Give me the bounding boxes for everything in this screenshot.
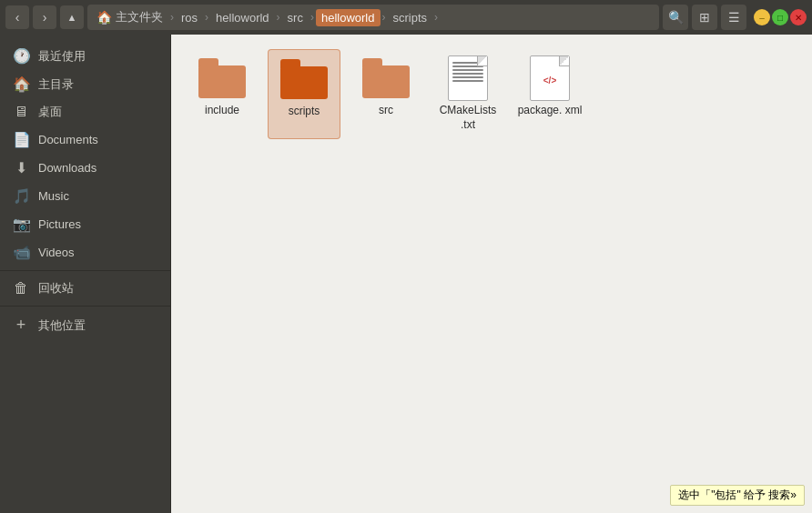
breadcrumb-helloworld2-label: helloworld bbox=[321, 11, 375, 25]
status-tooltip: 选中「"包括" 给予 搜索» bbox=[670, 485, 805, 506]
sidebar-item-downloads-label: Downloads bbox=[38, 161, 96, 175]
titlebar: ‹ › ▲ 🏠 主文件夹 › ros › helloworld › src › … bbox=[0, 0, 812, 35]
sidebar-divider-2 bbox=[0, 306, 170, 307]
music-icon: 🎵 bbox=[13, 187, 29, 205]
text-line-2 bbox=[452, 65, 483, 67]
breadcrumb-home-label: 主文件夹 bbox=[116, 9, 163, 25]
sidebar-item-music[interactable]: 🎵 Music bbox=[0, 182, 170, 210]
xml-file-shape: </> bbox=[530, 55, 570, 101]
text-line-4 bbox=[452, 73, 483, 75]
maximize-button[interactable]: □ bbox=[772, 9, 788, 25]
breadcrumb-home[interactable]: 🏠 主文件夹 bbox=[91, 7, 168, 27]
sidebar-item-recent-label: 最近使用 bbox=[38, 48, 86, 65]
file-item-src[interactable]: src bbox=[350, 49, 422, 139]
sidebar-item-other[interactable]: + 其他位置 bbox=[0, 310, 170, 340]
cmakelists-label: CMakeLists .txt bbox=[435, 104, 501, 132]
src-label: src bbox=[379, 104, 393, 118]
breadcrumb-ros-label: ros bbox=[181, 11, 198, 25]
file-item-cmakelists[interactable]: CMakeLists .txt bbox=[431, 49, 504, 139]
breadcrumb-sep-1: › bbox=[170, 11, 174, 24]
nav-up-button[interactable]: ▲ bbox=[60, 5, 84, 29]
package-label: package. xml bbox=[518, 104, 583, 118]
breadcrumb-sep-5: › bbox=[382, 11, 386, 24]
home-icon: 🏠 bbox=[96, 10, 112, 25]
scripts-folder-icon bbox=[280, 57, 328, 101]
view-toggle-button[interactable]: ⊞ bbox=[692, 5, 717, 30]
breadcrumb-src-label: src bbox=[288, 11, 303, 25]
folder-body-src bbox=[362, 65, 410, 98]
sidebar-item-trash-label: 回收站 bbox=[38, 280, 74, 297]
breadcrumb-src[interactable]: src bbox=[282, 9, 309, 26]
sidebar-item-documents-label: Documents bbox=[38, 133, 98, 146]
breadcrumb-helloworld1[interactable]: helloworld bbox=[210, 9, 275, 26]
minimize-button[interactable]: – bbox=[754, 9, 770, 25]
clock-icon: 🕐 bbox=[13, 47, 29, 65]
sidebar-item-music-label: Music bbox=[38, 189, 69, 203]
folder-shape-src bbox=[362, 58, 410, 98]
include-folder-icon bbox=[198, 56, 246, 100]
breadcrumb-scripts[interactable]: scripts bbox=[388, 9, 433, 26]
folder-body-include bbox=[198, 65, 246, 98]
sidebar-item-recent[interactable]: 🕐 最近使用 bbox=[0, 42, 170, 70]
main-area: 🕐 最近使用 🏠 主目录 🖥 桌面 📄 Documents ⬇ Download… bbox=[0, 35, 812, 513]
sidebar-divider bbox=[0, 270, 170, 271]
file-grid: include scripts bbox=[186, 49, 797, 139]
folder-shape-include bbox=[198, 58, 246, 98]
package-file-icon: </> bbox=[526, 56, 573, 100]
trash-icon: 🗑 bbox=[13, 280, 29, 297]
sidebar-item-desktop-label: 桌面 bbox=[38, 104, 62, 120]
sidebar-item-videos[interactable]: 📹 Videos bbox=[0, 238, 170, 267]
sidebar-item-trash[interactable]: 🗑 回收站 bbox=[0, 275, 170, 302]
xml-inner-label: </> bbox=[543, 75, 556, 86]
file-item-package[interactable]: </> package. xml bbox=[513, 49, 586, 139]
sidebar-item-pictures[interactable]: 📷 Pictures bbox=[0, 210, 170, 238]
text-line-5 bbox=[452, 76, 483, 78]
breadcrumb-sep-4: › bbox=[310, 11, 314, 24]
close-button[interactable]: ✕ bbox=[790, 9, 807, 25]
include-label: include bbox=[205, 104, 239, 118]
status-tooltip-text: 选中「"包括" 给予 搜索» bbox=[678, 488, 797, 501]
file-item-scripts[interactable]: scripts bbox=[268, 49, 340, 139]
breadcrumb-more: › bbox=[434, 11, 438, 24]
sidebar-item-other-label: 其他位置 bbox=[38, 317, 86, 334]
menu-button[interactable]: ☰ bbox=[721, 5, 746, 30]
home-sidebar-icon: 🏠 bbox=[13, 75, 29, 93]
folder-shape-scripts bbox=[280, 59, 328, 99]
text-line-1 bbox=[452, 62, 483, 64]
text-line-3 bbox=[452, 69, 483, 71]
nav-forward-button[interactable]: › bbox=[33, 5, 56, 29]
breadcrumb: 🏠 主文件夹 › ros › helloworld › src › hellow… bbox=[87, 5, 659, 30]
text-line-6 bbox=[452, 80, 483, 82]
text-file-shape bbox=[448, 55, 488, 101]
toolbar-right: 🔍 ⊞ ☰ bbox=[663, 5, 746, 30]
breadcrumb-sep-2: › bbox=[205, 11, 208, 24]
documents-icon: 📄 bbox=[13, 131, 29, 148]
cmakelists-file-icon bbox=[444, 56, 492, 100]
sidebar-item-documents[interactable]: 📄 Documents bbox=[0, 126, 170, 154]
scripts-label: scripts bbox=[289, 105, 320, 119]
breadcrumb-ros[interactable]: ros bbox=[176, 9, 203, 26]
src-folder-icon bbox=[362, 56, 410, 100]
sidebar-item-home-label: 主目录 bbox=[38, 76, 74, 93]
search-button[interactable]: 🔍 bbox=[663, 5, 688, 30]
add-icon: + bbox=[13, 316, 29, 335]
window-controls: – □ ✕ bbox=[754, 9, 807, 25]
breadcrumb-sep-3: › bbox=[277, 11, 280, 24]
folder-body-scripts bbox=[280, 66, 328, 99]
pictures-icon: 📷 bbox=[13, 216, 29, 233]
sidebar-item-home[interactable]: 🏠 主目录 bbox=[0, 70, 170, 98]
sidebar-item-downloads[interactable]: ⬇ Downloads bbox=[0, 154, 170, 182]
downloads-icon: ⬇ bbox=[13, 159, 29, 176]
breadcrumb-helloworld1-label: helloworld bbox=[216, 11, 269, 25]
status-tooltip-area: 选中「"包括" 给予 搜索» bbox=[670, 485, 805, 506]
sidebar-item-desktop[interactable]: 🖥 桌面 bbox=[0, 98, 170, 126]
desktop-icon: 🖥 bbox=[13, 104, 29, 120]
breadcrumb-scripts-label: scripts bbox=[393, 11, 428, 25]
sidebar: 🕐 最近使用 🏠 主目录 🖥 桌面 📄 Documents ⬇ Download… bbox=[0, 35, 171, 513]
sidebar-item-pictures-label: Pictures bbox=[38, 217, 81, 231]
nav-back-button[interactable]: ‹ bbox=[5, 5, 29, 29]
file-area[interactable]: include scripts bbox=[171, 35, 812, 513]
sidebar-item-videos-label: Videos bbox=[38, 246, 75, 259]
breadcrumb-helloworld2[interactable]: helloworld bbox=[316, 9, 381, 26]
file-item-include[interactable]: include bbox=[186, 49, 259, 139]
